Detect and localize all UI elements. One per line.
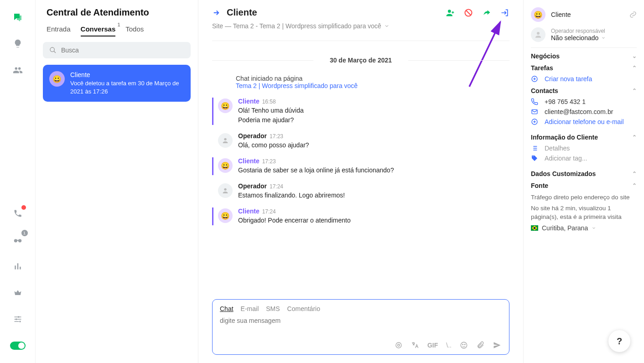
- bulb-icon[interactable]: [9, 35, 27, 53]
- add-tag-link[interactable]: Adicionar tag...: [531, 155, 637, 162]
- exit-icon[interactable]: [500, 8, 509, 17]
- contact-email[interactable]: cliente@fastcom.com.br: [531, 108, 637, 115]
- message-text: Gostaria de saber se a loja online já es…: [238, 166, 394, 175]
- svg-rect-4: [17, 263, 18, 269]
- location[interactable]: Curitiba, Parana: [531, 224, 637, 232]
- page-title: Central de Atendimento: [41, 7, 192, 18]
- composer-tab-sms[interactable]: SMS: [266, 305, 280, 312]
- info-panel: 😀 Cliente Operador responsável Não selec…: [524, 0, 644, 363]
- chevron-up-icon: ⌃: [632, 171, 637, 177]
- contact-phone[interactable]: +98 765 432 1: [531, 98, 637, 105]
- operator-value[interactable]: Não selecionado: [551, 34, 606, 41]
- svg-point-16: [398, 344, 400, 347]
- section-fonte[interactable]: Fonte⌃: [531, 182, 637, 189]
- chat-icon[interactable]: [9, 8, 27, 26]
- binoculars-badge: 1: [21, 230, 28, 236]
- composer-tab-chat[interactable]: Chat: [220, 305, 234, 312]
- chevron-up-icon: ⌃: [632, 134, 637, 140]
- phone-icon[interactable]: [9, 204, 27, 223]
- chevron-up-icon: ⌃: [632, 65, 637, 71]
- operator-avatar: [531, 27, 545, 42]
- message: 😀Cliente16:58Olá! Tenho uma dúvidaPoderi…: [212, 98, 509, 125]
- online-toggle[interactable]: [9, 337, 27, 355]
- system-message: Chat iniciado na página Tema 2 | Wordpre…: [236, 75, 509, 89]
- add-contact-link[interactable]: Adicionar telefone ou e-mail: [531, 118, 637, 125]
- section-dados-custom[interactable]: Dados Customizados⌃: [531, 170, 637, 177]
- conversations-panel: Central de Atendimento Entrada Conversas…: [36, 0, 198, 363]
- section-info-cliente[interactable]: Informação do Cliente⌃: [531, 134, 637, 141]
- binoculars-icon[interactable]: 1: [9, 231, 27, 249]
- svg-point-18: [462, 344, 463, 345]
- slash-command-icon[interactable]: \..: [446, 342, 452, 349]
- tab-all[interactable]: Todos: [125, 25, 144, 36]
- tab-conversations-count: 1: [118, 22, 120, 27]
- phone-icon: [531, 98, 539, 105]
- people-icon[interactable]: [9, 61, 27, 79]
- system-message-link[interactable]: Tema 2 | Wordpress simplificado para voc…: [236, 82, 358, 89]
- section-negocios[interactable]: Negócios⌄: [531, 52, 637, 60]
- details-link[interactable]: Detalhes: [531, 145, 637, 152]
- message-author: Cliente: [238, 207, 260, 215]
- composer-input[interactable]: [220, 317, 502, 339]
- settings-icon[interactable]: [9, 310, 27, 328]
- chevron-down-icon: ⌄: [632, 53, 637, 59]
- svg-point-19: [465, 344, 466, 345]
- section-tarefas[interactable]: Tarefas⌃: [531, 64, 637, 72]
- breadcrumb[interactable]: Site — Tema 2 - Tema 2 | Wordpress simpl…: [212, 22, 509, 30]
- crown-icon[interactable]: [9, 284, 27, 302]
- translate-icon[interactable]: [411, 341, 419, 349]
- mail-icon: [531, 108, 539, 115]
- avatar: 😀: [49, 71, 65, 87]
- composer-tab-email[interactable]: E-mail: [241, 305, 259, 312]
- forward-icon[interactable]: [482, 8, 491, 17]
- back-arrow-icon[interactable]: [212, 9, 220, 17]
- help-button[interactable]: ?: [608, 330, 630, 352]
- chevron-down-icon: [592, 226, 596, 230]
- section-contacts[interactable]: Contacts⌃: [531, 87, 637, 94]
- link-icon[interactable]: [629, 11, 637, 18]
- block-icon[interactable]: [464, 8, 473, 17]
- add-person-icon[interactable]: [446, 8, 455, 17]
- svg-rect-5: [20, 267, 21, 270]
- message-avatar: [218, 183, 233, 198]
- chevron-up-icon: ⌃: [632, 182, 637, 189]
- message: 😀Cliente17:23Gostaria de saber se a loja…: [212, 157, 509, 175]
- message-time: 17:23: [262, 158, 276, 165]
- composer-tab-comment[interactable]: Comentário: [287, 305, 320, 312]
- message-time: 17:23: [270, 133, 283, 140]
- conversation-item[interactable]: 😀 Cliente Você deletou a tarefa em 30 de…: [43, 65, 191, 102]
- fonte-line2: No site há 2 min, visualizou 1 página(s)…: [531, 204, 637, 222]
- tab-inbox[interactable]: Entrada: [47, 25, 71, 36]
- search-input[interactable]: [61, 47, 184, 54]
- tag-icon: [531, 155, 539, 162]
- message-avatar: 😀: [218, 208, 233, 223]
- system-message-label: Chat iniciado na página: [236, 75, 302, 82]
- message-time: 17:24: [262, 208, 276, 215]
- target-icon[interactable]: [395, 341, 403, 349]
- svg-point-17: [461, 342, 467, 348]
- create-task-link[interactable]: Criar nova tarefa: [531, 75, 637, 83]
- message-author: Cliente: [238, 157, 260, 165]
- search-icon: [49, 47, 57, 54]
- search-box[interactable]: [43, 42, 191, 58]
- gif-button[interactable]: GIF: [427, 342, 438, 349]
- operator-label: Operador responsável: [551, 28, 606, 34]
- chevron-down-icon: [384, 23, 390, 29]
- message-author: Operador: [238, 182, 267, 190]
- tab-conversations[interactable]: Conversas 1: [81, 25, 116, 36]
- fonte-line1: Tráfego direto pelo endereço do site: [531, 193, 637, 202]
- list-icon: [531, 145, 539, 152]
- send-icon[interactable]: [493, 341, 502, 350]
- conv-tabs: Entrada Conversas 1 Todos: [41, 25, 192, 36]
- message-avatar: [218, 133, 233, 148]
- svg-point-15: [396, 342, 401, 348]
- composer: Chat E-mail SMS Comentário GIF \..: [212, 299, 509, 355]
- client-avatar: 😀: [531, 7, 545, 22]
- stats-icon[interactable]: [9, 257, 27, 275]
- svg-point-9: [50, 47, 54, 52]
- svg-point-25: [534, 227, 536, 229]
- attachment-icon[interactable]: [476, 341, 484, 349]
- message-text: Obrigado! Pode encerrar o atendimento: [238, 216, 351, 225]
- emoji-icon[interactable]: [460, 341, 468, 349]
- svg-point-1: [18, 239, 21, 242]
